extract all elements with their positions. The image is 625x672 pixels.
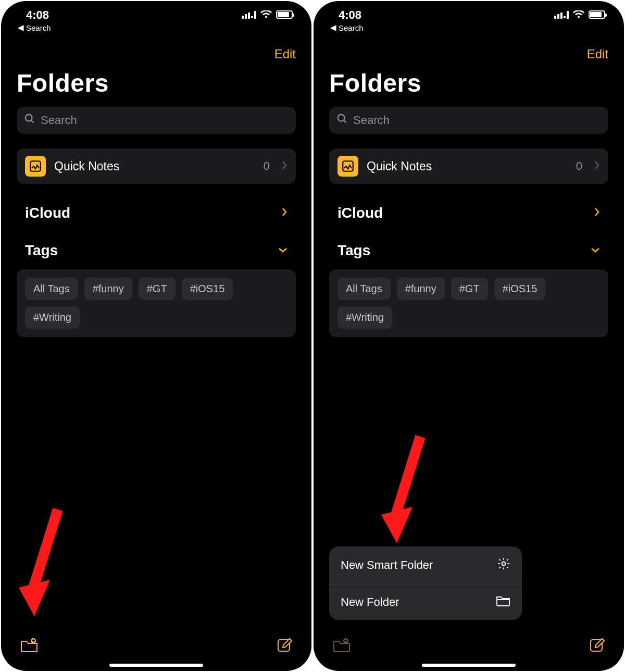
status-bar: 4:08 ◀ Search bbox=[329, 8, 608, 36]
battery-icon bbox=[276, 10, 293, 19]
quick-notes-label: Quick Notes bbox=[367, 159, 568, 173]
search-icon bbox=[336, 113, 348, 128]
compose-button[interactable] bbox=[589, 637, 605, 655]
new-smart-folder-item[interactable]: New Smart Folder bbox=[329, 546, 522, 584]
icloud-label: iCloud bbox=[25, 205, 70, 221]
edit-button[interactable]: Edit bbox=[274, 47, 296, 61]
tag-chip[interactable]: #GT bbox=[451, 278, 488, 300]
back-label: Search bbox=[26, 23, 51, 32]
search-input[interactable] bbox=[353, 114, 601, 127]
status-bar: 4:08 ◀ Search bbox=[17, 8, 296, 36]
navbar: Edit bbox=[329, 47, 608, 61]
svg-point-12 bbox=[502, 562, 506, 566]
back-chevron-icon: ◀ bbox=[18, 23, 24, 32]
wifi-icon bbox=[573, 10, 584, 19]
tag-chip[interactable]: #GT bbox=[139, 278, 176, 300]
search-field[interactable] bbox=[17, 107, 296, 134]
new-folder-popup: New Smart Folder New Folder bbox=[329, 546, 522, 620]
search-field[interactable] bbox=[329, 107, 608, 134]
phone-right: 4:08 ◀ Search Edit Folders Quic bbox=[314, 1, 624, 671]
svg-rect-2 bbox=[30, 161, 41, 171]
new-folder-button[interactable] bbox=[20, 637, 39, 655]
folder-icon bbox=[496, 595, 510, 609]
quick-notes-row[interactable]: Quick Notes 0 bbox=[17, 148, 296, 184]
tags-box: All Tags #funny #GT #iOS15 #Writing bbox=[17, 269, 296, 337]
new-folder-item[interactable]: New Folder bbox=[329, 584, 522, 620]
tag-chip[interactable]: #iOS15 bbox=[182, 278, 233, 300]
chevron-right-icon bbox=[281, 160, 288, 172]
status-time: 4:08 bbox=[329, 8, 361, 22]
toolbar bbox=[329, 637, 608, 661]
quick-notes-icon bbox=[25, 156, 46, 177]
quick-notes-count: 0 bbox=[264, 159, 270, 173]
new-folder-button[interactable] bbox=[332, 637, 351, 655]
search-icon bbox=[24, 113, 35, 128]
home-indicator[interactable] bbox=[422, 664, 516, 667]
tag-chip[interactable]: #funny bbox=[397, 278, 445, 300]
tag-chip[interactable]: #iOS15 bbox=[494, 278, 546, 300]
icloud-section[interactable]: iCloud bbox=[329, 205, 608, 221]
edit-button[interactable]: Edit bbox=[587, 47, 608, 61]
back-to-search[interactable]: ◀ Search bbox=[329, 23, 364, 32]
chevron-down-icon bbox=[591, 246, 600, 255]
gear-icon bbox=[497, 557, 510, 574]
quick-notes-count: 0 bbox=[576, 159, 582, 173]
new-smart-folder-label: New Smart Folder bbox=[341, 558, 433, 572]
search-input[interactable] bbox=[41, 114, 289, 127]
quick-notes-row[interactable]: Quick Notes 0 bbox=[329, 148, 608, 184]
tags-box: All Tags #funny #GT #iOS15 #Writing bbox=[329, 269, 608, 337]
svg-rect-9 bbox=[343, 161, 353, 171]
tags-section[interactable]: Tags bbox=[17, 242, 296, 259]
tag-chip[interactable]: #Writing bbox=[25, 306, 80, 329]
compose-button[interactable] bbox=[276, 637, 293, 655]
battery-icon bbox=[589, 10, 605, 19]
icloud-section[interactable]: iCloud bbox=[17, 205, 296, 221]
cellular-icon bbox=[242, 10, 256, 19]
chevron-down-icon bbox=[278, 246, 288, 255]
back-chevron-icon: ◀ bbox=[330, 23, 336, 32]
phone-left: 4:08 ◀ Search Edit Folders Quic bbox=[1, 1, 311, 671]
status-time: 4:08 bbox=[17, 8, 49, 22]
tag-chip[interactable]: All Tags bbox=[338, 278, 391, 300]
cellular-icon bbox=[554, 10, 569, 19]
svg-line-8 bbox=[344, 120, 346, 123]
page-title: Folders bbox=[329, 69, 608, 97]
svg-line-1 bbox=[31, 120, 34, 123]
chevron-right-icon bbox=[594, 160, 600, 172]
tags-section[interactable]: Tags bbox=[329, 242, 608, 259]
quick-notes-icon bbox=[338, 156, 358, 177]
new-folder-label: New Folder bbox=[341, 595, 399, 609]
tag-chip[interactable]: All Tags bbox=[25, 278, 78, 300]
svg-point-0 bbox=[26, 115, 32, 121]
tag-chip[interactable]: #Writing bbox=[338, 306, 392, 329]
svg-point-7 bbox=[338, 115, 345, 121]
home-indicator[interactable] bbox=[109, 664, 203, 667]
chevron-right-icon bbox=[281, 207, 288, 219]
icloud-label: iCloud bbox=[338, 205, 383, 221]
tags-label: Tags bbox=[25, 242, 58, 259]
navbar: Edit bbox=[17, 47, 296, 61]
chevron-right-icon bbox=[594, 207, 600, 219]
back-label: Search bbox=[339, 23, 364, 32]
page-title: Folders bbox=[17, 69, 296, 97]
quick-notes-label: Quick Notes bbox=[54, 159, 255, 173]
tags-label: Tags bbox=[338, 242, 370, 259]
toolbar bbox=[17, 637, 296, 661]
wifi-icon bbox=[260, 10, 272, 19]
tag-chip[interactable]: #funny bbox=[84, 278, 132, 300]
back-to-search[interactable]: ◀ Search bbox=[17, 23, 51, 32]
